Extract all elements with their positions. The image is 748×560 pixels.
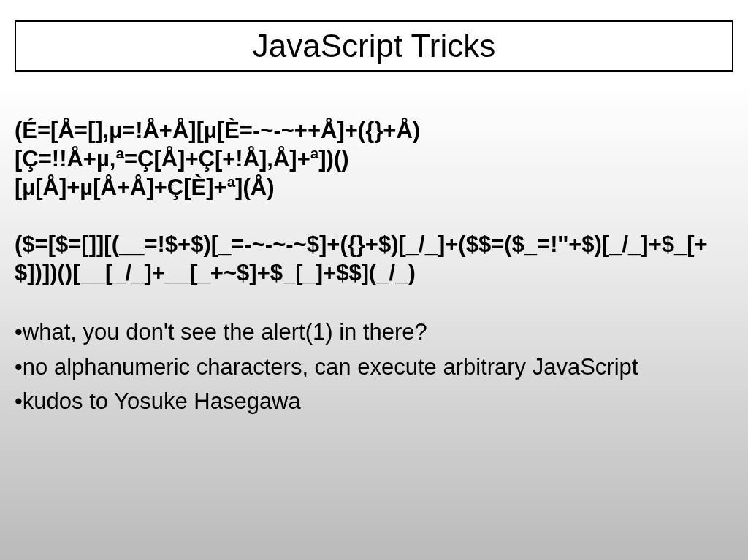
- bullet-item: what, you don't see the alert(1) in ther…: [15, 317, 733, 348]
- bullet-text: what, you don't see the alert(1) in ther…: [23, 319, 427, 345]
- slide-title: JavaScript Tricks: [31, 28, 717, 64]
- code1-line3: [µ[Å]+µ[Å+Å]+Ç[È]+ª](Å): [15, 174, 274, 200]
- slide-container: JavaScript Tricks (É=[Å=[],µ=!Å+Å][µ[È=-…: [0, 0, 748, 560]
- bullet-text: kudos to Yosuke Hasegawa: [23, 388, 301, 414]
- bullet-text: no alphanumeric characters, can execute …: [23, 354, 638, 380]
- code1-line2: [Ç=!!Å+µ,ª=Ç[Å]+Ç[+!Å],Å]+ª])(): [15, 146, 349, 172]
- code2-line1: ($=[$=[]][(__=!$+$)[_=-~-~-~$]+({}+$)[_/…: [15, 231, 708, 285]
- bullet-list: what, you don't see the alert(1) in ther…: [15, 317, 733, 418]
- bullet-item: kudos to Yosuke Hasegawa: [15, 386, 733, 417]
- code-block-1: (É=[Å=[],µ=!Å+Å][µ[È=-~-~++Å]+({}+Å) [Ç=…: [15, 117, 733, 202]
- code1-line1: (É=[Å=[],µ=!Å+Å][µ[È=-~-~++Å]+({}+Å): [15, 118, 420, 143]
- code-block-2: ($=[$=[]][(__=!$+$)[_=-~-~-~$]+({}+$)[_/…: [15, 231, 733, 288]
- title-box: JavaScript Tricks: [15, 20, 733, 72]
- bullet-item: no alphanumeric characters, can execute …: [15, 352, 733, 383]
